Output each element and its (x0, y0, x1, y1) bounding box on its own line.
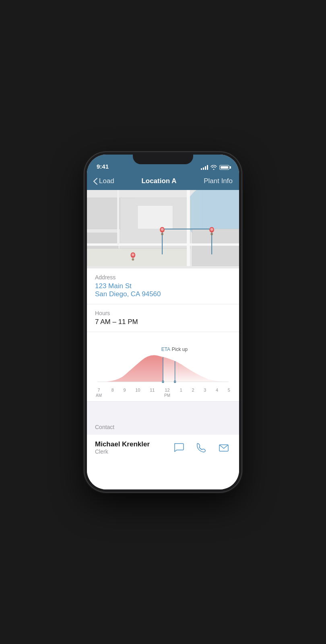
status-icons (201, 165, 229, 170)
gray-spacer (87, 402, 239, 418)
svg-point-14 (161, 233, 163, 235)
svg-point-13 (161, 228, 164, 231)
address-line2[interactable]: San Diego, CA 94560 (95, 290, 231, 298)
time-label-11: 11 (150, 388, 155, 398)
email-icon (218, 442, 229, 453)
svg-point-17 (210, 233, 213, 235)
map-area[interactable] (87, 190, 239, 268)
address-section: Address 123 Main St San Diego, CA 94560 (87, 268, 239, 304)
address-line1[interactable]: 123 Main St (95, 282, 231, 290)
screen: 9:41 (87, 155, 239, 489)
hours-label: Hours (95, 310, 231, 316)
plant-info-button[interactable]: Plant Info (204, 177, 233, 185)
svg-rect-2 (200, 190, 239, 229)
time-label-4: 4 (216, 388, 218, 398)
contact-name: Michael Krenkler (95, 440, 171, 448)
svg-rect-7 (192, 229, 239, 266)
phone-frame: 9:41 (85, 152, 241, 492)
signal-bars-icon (201, 165, 208, 170)
contact-label-section: Contact (87, 418, 239, 435)
time-label-12pm: 12PM (164, 388, 170, 398)
time-label-3: 3 (204, 388, 206, 398)
message-button[interactable] (171, 440, 186, 455)
chart-svg (93, 347, 233, 387)
contact-actions (171, 440, 231, 455)
time-axis: 7AM 8 9 10 11 12PM 1 2 3 4 5 (93, 388, 233, 398)
notch (133, 152, 193, 164)
svg-point-16 (210, 228, 213, 231)
email-button[interactable] (217, 440, 231, 455)
phone-button[interactable] (194, 440, 208, 455)
content-area: Address 123 Main St San Diego, CA 94560 … (87, 268, 239, 489)
map-svg (87, 190, 239, 266)
time-label-1: 1 (180, 388, 182, 398)
svg-rect-8 (87, 248, 188, 266)
chart-section: ETA Pick up (87, 332, 239, 402)
time-label-8: 8 (111, 388, 114, 398)
hours-section: Hours 7 AM – 11 PM (87, 304, 239, 332)
time-label-2: 2 (192, 388, 194, 398)
status-time: 9:41 (97, 163, 109, 170)
message-icon (173, 442, 184, 453)
contact-info: Michael Krenkler Clerk (95, 440, 171, 455)
svg-point-19 (132, 254, 134, 256)
back-button[interactable]: Load (93, 177, 114, 185)
battery-icon (219, 165, 229, 170)
address-label: Address (95, 274, 231, 281)
phone-icon (196, 442, 207, 453)
hours-value: 7 AM – 11 PM (95, 318, 231, 326)
back-label: Load (99, 177, 114, 185)
wifi-icon (210, 165, 217, 170)
time-label-10: 10 (135, 388, 140, 398)
contact-role: Clerk (95, 448, 171, 455)
time-label-5: 5 (228, 388, 230, 398)
nav-title: Location A (141, 177, 176, 185)
svg-rect-6 (138, 206, 173, 229)
time-label-9: 9 (123, 388, 126, 398)
time-label-7am: 7AM (96, 388, 102, 398)
contact-section-label: Contact (95, 424, 114, 430)
nav-bar: Load Location A Plant Info (87, 172, 239, 190)
contact-row: Michael Krenkler Clerk (87, 435, 239, 460)
svg-point-20 (132, 258, 134, 261)
